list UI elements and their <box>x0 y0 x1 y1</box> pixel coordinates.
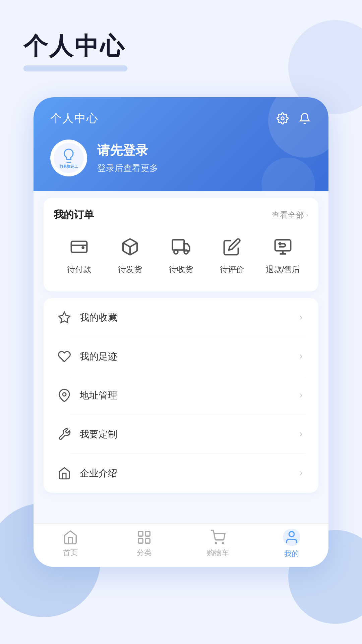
orders-title: 我的订单 <box>54 208 94 222</box>
avatar-logo-text: 灯具搬运工 <box>60 164 78 169</box>
title-underline <box>23 65 127 71</box>
order-item-refund[interactable]: 退款/售后 <box>257 235 308 275</box>
refund-icon <box>271 235 295 259</box>
nav-label-cart: 购物车 <box>207 548 229 558</box>
menu-label-address: 地址管理 <box>80 389 289 402</box>
svg-point-13 <box>215 542 217 544</box>
svg-rect-6 <box>275 240 291 251</box>
menu-item-address[interactable]: 地址管理 <box>44 376 318 415</box>
menu-label-favorites: 我的收藏 <box>80 311 289 324</box>
svg-point-5 <box>184 250 188 254</box>
order-item-review[interactable]: 待评价 <box>206 235 257 275</box>
customize-icon <box>57 427 72 442</box>
svg-point-14 <box>222 542 224 544</box>
order-item-payment[interactable]: 待付款 <box>54 235 105 275</box>
order-label-review: 待评价 <box>220 264 244 275</box>
nav-item-category[interactable]: 分类 <box>107 524 181 567</box>
menu-label-customize: 我要定制 <box>80 428 289 441</box>
phone-frame: 个人中心 <box>34 97 328 567</box>
menu-label-footprint: 我的足迹 <box>80 350 289 363</box>
wallet-icon <box>67 235 91 259</box>
svg-point-4 <box>174 250 178 254</box>
nav-item-home[interactable]: 首页 <box>34 524 107 567</box>
location-icon <box>57 388 72 403</box>
header-decoration-circle-2 <box>261 158 315 211</box>
header-title: 个人中心 <box>50 111 99 126</box>
menu-section: 我的收藏 我的足迹 <box>44 298 318 493</box>
menu-item-customize[interactable]: 我要定制 <box>44 415 318 454</box>
menu-chevron-footprint <box>297 353 305 361</box>
menu-chevron-customize <box>297 430 305 438</box>
bottom-nav: 首页 分类 购物车 <box>34 523 328 567</box>
company-icon <box>57 466 72 481</box>
phone-content: 我的订单 查看全部 › 待付款 <box>34 198 328 493</box>
order-label-delivery: 待收货 <box>169 264 193 275</box>
nav-label-profile: 我的 <box>284 549 299 559</box>
nav-label-home: 首页 <box>63 548 78 558</box>
order-item-shipment[interactable]: 待发货 <box>105 235 156 275</box>
avatar-inner: 灯具搬运工 <box>54 143 84 173</box>
menu-item-company[interactable]: 企业介绍 <box>44 454 318 493</box>
nav-item-profile[interactable]: 我的 <box>255 524 328 567</box>
svg-rect-1 <box>71 241 87 253</box>
nav-label-category: 分类 <box>137 548 152 558</box>
menu-chevron-favorites <box>297 314 305 322</box>
menu-chevron-address <box>297 391 305 399</box>
menu-chevron-company <box>297 469 305 477</box>
avatar[interactable]: 灯具搬运工 <box>50 140 87 176</box>
phone-header: 个人中心 <box>34 97 328 191</box>
svg-rect-9 <box>138 531 143 536</box>
star-icon <box>57 310 72 325</box>
order-label-payment: 待付款 <box>67 264 91 275</box>
svg-rect-10 <box>145 531 150 536</box>
order-label-refund: 退款/售后 <box>266 264 300 275</box>
truck-icon <box>169 235 193 259</box>
view-all-chevron: › <box>306 211 308 219</box>
order-item-delivery[interactable]: 待收货 <box>156 235 206 275</box>
nav-item-cart[interactable]: 购物车 <box>181 524 255 567</box>
menu-label-company: 企业介绍 <box>80 467 289 480</box>
orders-header: 我的订单 查看全部 › <box>54 208 308 222</box>
box-icon <box>118 235 142 259</box>
svg-rect-11 <box>138 538 143 543</box>
orders-section: 我的订单 查看全部 › 待付款 <box>44 198 318 291</box>
svg-rect-3 <box>172 240 184 250</box>
edit-icon <box>220 235 244 259</box>
menu-item-favorites[interactable]: 我的收藏 <box>44 298 318 337</box>
svg-point-15 <box>289 531 294 536</box>
orders-grid: 待付款 待发货 <box>54 232 308 278</box>
nav-active-indicator <box>283 529 300 546</box>
footprint-icon <box>57 349 72 364</box>
page-title: 个人中心 <box>23 30 125 62</box>
svg-marker-7 <box>59 312 70 323</box>
svg-rect-12 <box>145 538 150 543</box>
order-label-shipment: 待发货 <box>118 264 142 275</box>
menu-item-footprint[interactable]: 我的足迹 <box>44 337 318 376</box>
svg-point-8 <box>63 393 66 396</box>
